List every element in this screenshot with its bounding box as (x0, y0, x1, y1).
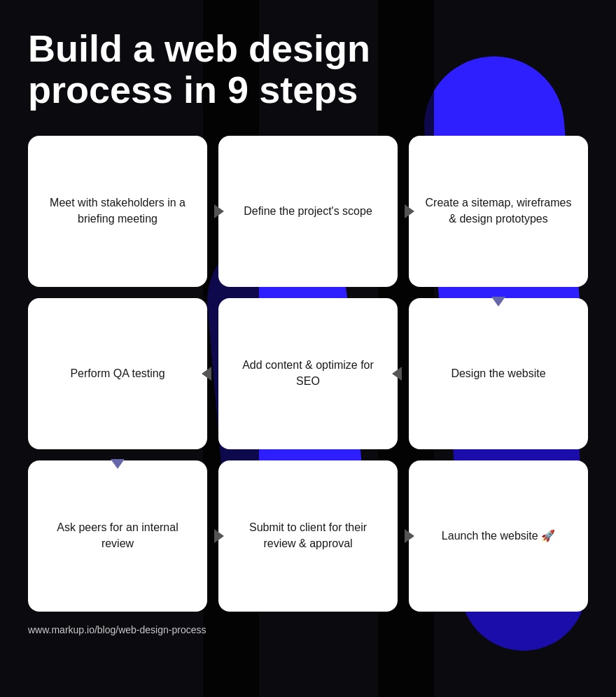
arrow-left-6 (392, 367, 402, 381)
steps-grid: Meet with stakeholders in a briefing mee… (28, 136, 588, 612)
step-text-2: Define the project's scope (244, 204, 372, 219)
step-card-2: Define the project's scope (218, 136, 398, 287)
step-card-6: Design the website (409, 298, 588, 449)
step-text-9: Launch the website 🚀 (442, 528, 555, 544)
step-text-6: Design the website (451, 366, 545, 381)
step-card-7: Ask peers for an internal review (28, 460, 207, 612)
arrow-down-3 (491, 297, 505, 307)
arrow-right-2 (405, 204, 414, 218)
step-card-9: Launch the website 🚀 (409, 460, 588, 612)
arrow-right-1 (214, 204, 224, 218)
footer-url: www.markup.io/blog/web-design-process (28, 624, 588, 635)
step-card-3: Create a sitemap, wireframes & design pr… (409, 136, 588, 287)
step-text-4: Perform QA testing (70, 366, 164, 381)
step-text-5: Add content & optimize for SEO (232, 358, 384, 389)
main-content: Build a web design process in 9 steps Me… (0, 0, 616, 697)
step-card-4: Perform QA testing (28, 298, 207, 449)
arrow-right-8 (405, 529, 414, 543)
step-card-8: Submit to client for their review & appr… (218, 460, 398, 612)
step-text-1: Meet with stakeholders in a briefing mee… (42, 195, 193, 227)
step-text-7: Ask peers for an internal review (42, 520, 193, 551)
step-text-8: Submit to client for their review & appr… (232, 520, 384, 551)
arrow-left-5 (202, 367, 211, 381)
arrow-right-7 (214, 529, 224, 543)
step-text-3: Create a sitemap, wireframes & design pr… (423, 195, 574, 227)
page-title: Build a web design process in 9 steps (28, 28, 448, 111)
step-card-1: Meet with stakeholders in a briefing mee… (28, 136, 207, 287)
arrow-down-4 (111, 459, 125, 469)
step-card-5: Add content & optimize for SEO (218, 298, 398, 449)
